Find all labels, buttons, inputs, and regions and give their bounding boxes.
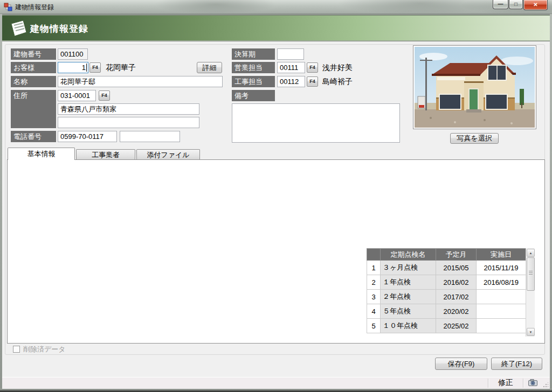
fiscal-field[interactable] xyxy=(277,48,304,60)
sales-rep-label: 営業担当 xyxy=(232,62,275,73)
col-header-name: 定期点検名 xyxy=(381,249,436,261)
maximize-icon: □ xyxy=(514,1,518,7)
construction-rep-f4-button[interactable]: F4 xyxy=(307,76,318,87)
done-date-cell[interactable]: 2016/08/19 xyxy=(477,275,526,290)
tab-basic-info[interactable]: 基本情報 xyxy=(8,148,75,160)
scroll-up-icon[interactable]: ▲ xyxy=(527,249,535,257)
close-button[interactable]: ✕ xyxy=(523,0,548,10)
table-row: 4 ５年点検 2020/02 xyxy=(367,304,526,319)
deleted-data-label: 削除済データ xyxy=(23,345,66,354)
scroll-down-icon[interactable]: ▼ xyxy=(527,328,535,336)
planned-month-cell[interactable]: 2016/02 xyxy=(436,275,477,290)
address-label: 住所 xyxy=(11,90,56,128)
inspection-header-row: 定期点検名 予定月 実施日 xyxy=(367,249,526,261)
address1-field[interactable]: 青森県八戸市類家 xyxy=(58,103,199,115)
building-no-field[interactable]: 001100 xyxy=(58,48,88,60)
col-header-rownum xyxy=(367,249,381,261)
address-f4-button[interactable]: F4 xyxy=(99,90,110,101)
status-bar xyxy=(2,377,550,389)
close-icon: ✕ xyxy=(533,2,537,8)
statusbar-separator xyxy=(488,379,488,388)
row-number-cell[interactable]: 5 xyxy=(367,319,381,333)
row-number-cell[interactable]: 3 xyxy=(367,290,381,304)
done-date-cell[interactable] xyxy=(477,319,526,333)
address2-field[interactable] xyxy=(58,117,199,128)
window-frame-right xyxy=(550,14,552,392)
table-row: 5 １０年点検 2025/02 xyxy=(367,319,526,333)
planned-month-cell[interactable]: 2020/02 xyxy=(436,304,477,319)
name-label: 名称 xyxy=(11,76,56,87)
inspection-name-cell[interactable]: １０年点検 xyxy=(381,319,436,333)
window-frame-bottom xyxy=(0,389,552,392)
save-button[interactable]: 保存(F9) xyxy=(435,358,487,370)
construction-rep-label: 工事担当 xyxy=(232,76,275,87)
sales-rep-name-text: 浅井好美 xyxy=(322,63,353,73)
statusbar-separator xyxy=(523,379,523,388)
col-header-done: 実施日 xyxy=(477,249,526,261)
building-no-label: 建物番号 xyxy=(11,48,56,60)
document-icon xyxy=(9,19,29,38)
tab-contractors[interactable]: 工事業者 xyxy=(76,149,135,160)
row-number-cell[interactable]: 2 xyxy=(367,275,381,290)
inspection-table: 定期点検名 予定月 実施日 1 ３ヶ月点検 2015/05 2015/11/19… xyxy=(367,248,526,333)
name-field[interactable]: 花岡華子邸 xyxy=(58,76,223,87)
construction-rep-code-field[interactable]: 00112 xyxy=(277,76,305,87)
phone2-field[interactable] xyxy=(120,131,180,142)
inspection-name-cell[interactable]: ２年点検 xyxy=(381,290,436,304)
customer-f4-button[interactable]: F4 xyxy=(89,62,101,73)
row-number-cell[interactable]: 1 xyxy=(367,261,381,275)
inspection-name-cell[interactable]: ３ヶ月点検 xyxy=(381,261,436,275)
minimize-icon: — xyxy=(498,1,503,7)
resize-grip[interactable] xyxy=(543,382,548,388)
camera-icon[interactable] xyxy=(528,379,537,386)
tab-attachments[interactable]: 添付ファイル xyxy=(136,149,200,160)
planned-month-cell[interactable]: 2025/02 xyxy=(436,319,477,333)
customer-code-field[interactable]: 1 xyxy=(58,62,88,73)
sales-rep-f4-button[interactable]: F4 xyxy=(307,62,318,73)
table-row: 2 １年点検 2016/02 2016/08/19 xyxy=(367,275,526,290)
inspection-name-cell[interactable]: ５年点検 xyxy=(381,304,436,319)
select-photo-button[interactable]: 写真を選択 xyxy=(450,133,499,144)
text-caret xyxy=(86,64,87,72)
construction-rep-name-text: 島崎裕子 xyxy=(322,77,353,87)
notes-textarea[interactable] xyxy=(232,103,400,143)
planned-month-cell[interactable]: 2017/02 xyxy=(436,290,477,304)
photo-frame xyxy=(413,45,536,129)
notes-label: 備考 xyxy=(232,90,275,101)
planned-month-cell[interactable]: 2015/05 xyxy=(436,261,477,275)
window-title: 建物情報登録 xyxy=(15,3,54,12)
phone-label: 電話番号 xyxy=(11,131,56,142)
scrollbar-thumb[interactable] xyxy=(527,257,535,291)
customer-name-text: 花岡華子 xyxy=(106,63,136,73)
title-bar[interactable]: 建物情報登録 xyxy=(0,0,552,14)
done-date-cell[interactable] xyxy=(477,290,526,304)
customer-label: お客様 xyxy=(11,62,56,73)
col-header-planned: 予定月 xyxy=(436,249,477,261)
minimize-button[interactable]: — xyxy=(493,0,508,9)
deleted-data-checkbox[interactable] xyxy=(13,346,20,353)
exit-button[interactable]: 終了(F12) xyxy=(491,358,542,370)
phone1-field[interactable]: 0599-70-0117 xyxy=(58,131,117,142)
maximize-button[interactable]: □ xyxy=(509,0,523,9)
status-mode-text: 修正 xyxy=(489,378,522,388)
done-date-cell[interactable]: 2015/11/19 xyxy=(477,261,526,275)
postal-code-field[interactable]: 031-0001 xyxy=(58,90,96,101)
house-photo xyxy=(415,47,535,128)
done-date-cell[interactable] xyxy=(477,304,526,319)
app-icon xyxy=(4,3,12,11)
inspection-name-cell[interactable]: １年点検 xyxy=(381,275,436,290)
sales-rep-code-field[interactable]: 00111 xyxy=(277,62,305,73)
row-number-cell[interactable]: 4 xyxy=(367,304,381,319)
fiscal-label: 決算期 xyxy=(232,48,275,60)
table-scrollbar[interactable]: ▲ ▼ xyxy=(526,248,535,337)
table-row: 1 ３ヶ月点検 2015/05 2015/11/19 xyxy=(367,261,526,275)
table-row: 3 ２年点検 2017/02 xyxy=(367,290,526,304)
page-header: 建物情報登録 xyxy=(2,15,550,41)
page-title: 建物情報登録 xyxy=(30,23,88,35)
detail-button[interactable]: 詳細 xyxy=(197,62,222,73)
